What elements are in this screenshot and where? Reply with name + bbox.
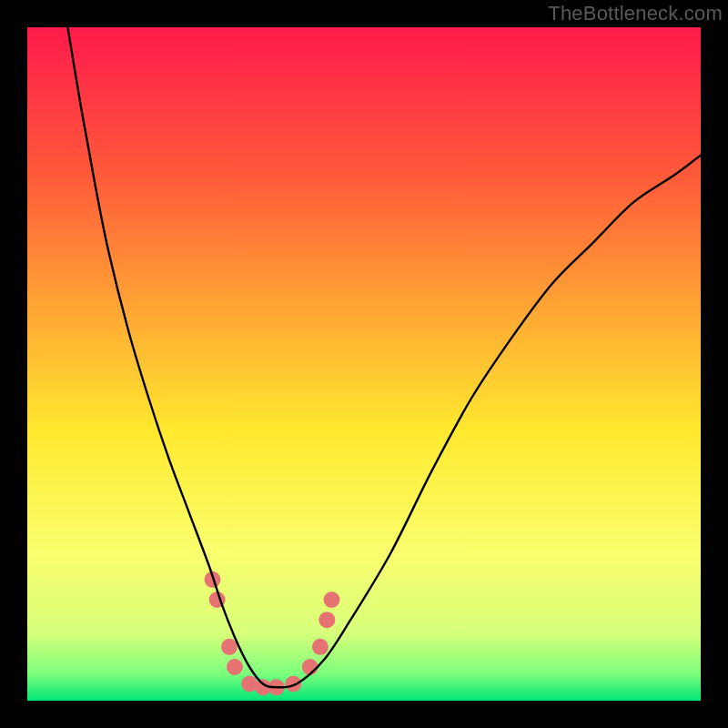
highlight-dot [312,639,329,655]
highlight-dot [285,676,301,693]
watermark-text: TheBottleneck.com [548,2,723,25]
highlight-dot [318,612,335,628]
highlight-dot [221,639,238,655]
highlight-dot [227,659,243,675]
plot-area [27,27,701,701]
chart-svg [27,27,701,701]
chart-frame: TheBottleneck.com [0,0,728,728]
highlight-dot [323,592,339,608]
